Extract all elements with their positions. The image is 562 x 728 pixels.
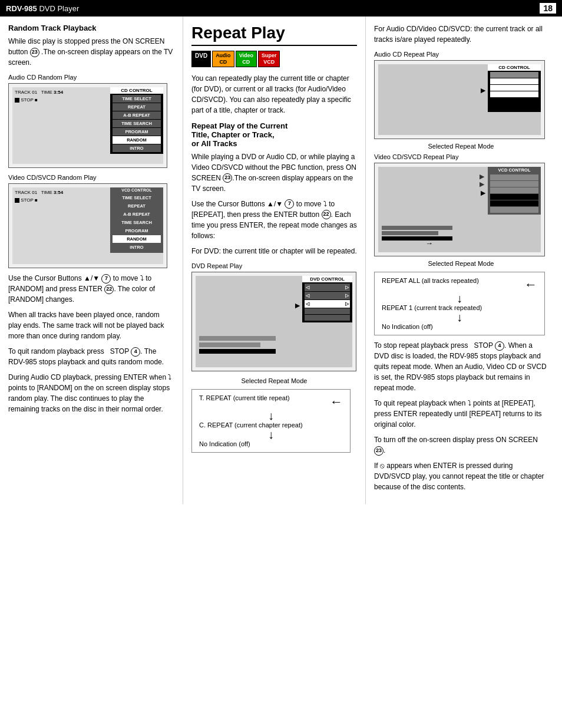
- mid-body1: You can repeatedly play the current titl…: [191, 73, 357, 116]
- flow-arrow-right-r1: ←: [521, 277, 537, 292]
- flow-arrow-down-r1: ↓: [382, 292, 537, 304]
- flow-arrow-down-2: ↓: [199, 429, 343, 440]
- vcd-bands: [382, 226, 452, 242]
- forward-arrow: →: [425, 239, 433, 248]
- btn-23-left: 23: [30, 48, 39, 57]
- page-header: RDV-985 DVD Player 18: [0, 0, 562, 17]
- mid-body4: For DVD: the current title or chapter wi…: [191, 246, 357, 256]
- left-body1: While disc play is stopped press the ON …: [8, 36, 174, 68]
- video-cd-random-label: Video CD/SVCD Random Play: [8, 174, 174, 181]
- mid-body2: While playing a DVD or Audio CD, or whil…: [191, 151, 357, 194]
- audio-cd-screen-inner: TRACK 01 TIME 3:54 STOP ■ CD CONTROL TIM…: [12, 87, 163, 164]
- right-body2: To stop repeat playback press STOP 4. Wh…: [374, 340, 548, 393]
- left-body4: To quit random playback press STOP 4. Th…: [8, 346, 174, 367]
- badge-video: VideoCD: [236, 51, 257, 67]
- dvd-flow-diagram: T. REPEAT (current title repeat) ← ↓ C. …: [191, 389, 351, 453]
- flow-arrow-down-1: ↓: [199, 410, 343, 421]
- media-badges: DVD AudioCD VideoCD SuperVCD: [191, 51, 357, 67]
- video-cd-random-screen: TRACK 01 TIME 3:54 STOP ■ VCD CONTROL TI…: [8, 183, 167, 268]
- cd-control-panel: CD CONTROL TIME SELECT REPEAT A-B REPEAT…: [110, 87, 163, 154]
- right-flow-diagram: REPEAT ALL (all tracks repeated) ← ↓ REP…: [374, 272, 545, 335]
- cd-ctrl-panel-right: CD CONTROL: [488, 64, 541, 112]
- btn7-left: 7: [101, 274, 111, 284]
- page-body: Random Track Playback While disc play is…: [0, 17, 562, 504]
- dvd-screen-bands: [199, 336, 276, 355]
- mid-column: Repeat Play DVD AudioCD VideoCD SuperVCD…: [183, 17, 365, 504]
- btn23-right: 23: [374, 446, 384, 456]
- flow-no-indication: No Indication (off): [199, 440, 343, 447]
- dvd-ctrl-panel: DVD CONTROL ◁▷ ◁▷ ◁▷: [302, 276, 352, 322]
- left-body5: During Audio CD playback, pressing ENTER…: [8, 372, 174, 414]
- badge-dvd: DVD: [191, 51, 211, 67]
- video-cd-repeat-label: Video CD/SVCD Repeat Play: [374, 153, 548, 160]
- left-body3: When all tracks have been played once, r…: [8, 309, 174, 341]
- btn22-mid: 22: [322, 210, 331, 219]
- badge-audio: AudioCD: [212, 51, 234, 67]
- badge-super: SuperVCD: [258, 51, 280, 67]
- dvd-screen-inner: DVD CONTROL ◁▷ ◁▷ ◁▷ ►: [196, 276, 352, 367]
- right-body5: If ⦸ appears when ENTER is pressed durin…: [374, 460, 548, 492]
- audio-cd-random-screen: TRACK 01 TIME 3:54 STOP ■ CD CONTROL TIM…: [8, 83, 167, 168]
- selected-mode-right1: Selected Repeat Mode: [374, 143, 548, 150]
- audio-cd-repeat-screen: CD CONTROL ►: [374, 60, 545, 139]
- page-number: 18: [540, 3, 556, 14]
- mid-sub-title: Repeat Play of the CurrentTitle, Chapter…: [191, 121, 357, 148]
- btn4-left: 4: [131, 347, 140, 357]
- left-body2: Use the Cursor Buttons ▲/▼ 7 to move ⤵ t…: [8, 273, 174, 305]
- audio-cd-repeat-label: Audio CD Repeat Play: [374, 51, 548, 58]
- vcd-control-panel: VCD CONTROL TIME SELECT REPEAT A-B REPEA…: [110, 187, 163, 253]
- dvd-repeat-screen: DVD CONTROL ◁▷ ◁▷ ◁▷ ►: [191, 272, 356, 371]
- btn22-left: 22: [104, 285, 114, 294]
- dvd-repeat-label: DVD Repeat Play: [191, 262, 357, 269]
- btn23-mid: 23: [223, 173, 232, 183]
- selected-mode-mid: Selected Repeat Mode: [191, 377, 357, 384]
- right-column: For Audio CD/Video CD/SVCD: the current …: [365, 17, 556, 504]
- cursor-arrow-dvd: ►: [293, 301, 302, 310]
- btn4-right: 4: [495, 341, 504, 351]
- flow-arrow-down-r2: ↓: [382, 311, 537, 323]
- vcd-ctrl-panel-right: VCD CONTROL: [488, 167, 541, 215]
- video-cd-repeat-screen: VCD CONTROL ▶ ▶: [374, 163, 545, 256]
- nav-tris: ▶ ▶: [480, 173, 484, 188]
- left-column: Random Track Playback While disc play is…: [0, 17, 183, 504]
- btn7-mid: 7: [285, 199, 294, 209]
- selected-mode-right2: Selected Repeat Mode: [374, 260, 548, 267]
- header-title: RDV-985 DVD Player: [6, 4, 79, 13]
- cursor-arrow-vcd: ►: [479, 188, 487, 197]
- right-body3: To quit repeat playback when ⤵ points at…: [374, 398, 548, 430]
- flow-no-indication-r: No Indication (off): [382, 323, 537, 330]
- flow-t-repeat: T. REPEAT (current title repeat): [199, 394, 326, 401]
- video-cd-repeat-inner: VCD CONTROL ▶ ▶: [378, 167, 541, 252]
- cursor-arrow-cd: ►: [479, 85, 487, 95]
- audio-cd-repeat-inner: CD CONTROL ►: [378, 64, 541, 135]
- video-cd-screen-inner: TRACK 01 TIME 3:54 STOP ■ VCD CONTROL TI…: [12, 187, 163, 264]
- right-body4: To turn off the on-screen display press …: [374, 434, 548, 456]
- mid-body3: Use the Cursor Buttons ▲/▼ 7 to move ⤵ t…: [191, 199, 357, 241]
- left-section-title: Random Track Playback: [8, 24, 174, 32]
- flow-arrow-right-1: ←: [326, 394, 343, 410]
- flow-c-repeat: C. REPEAT (current chapter repeat): [199, 421, 343, 429]
- main-title: Repeat Play: [191, 24, 357, 46]
- flow-repeat-all: REPEAT ALL (all tracks repeated): [382, 277, 521, 284]
- audio-cd-random-label: Audio CD Random Play: [8, 74, 174, 81]
- right-body1: For Audio CD/Video CD/SVCD: the current …: [374, 24, 548, 45]
